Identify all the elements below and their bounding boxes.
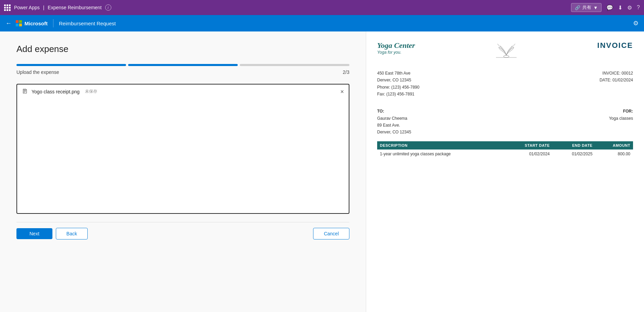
- request-title: Reimbursement Request: [59, 21, 116, 26]
- col-description: DESCRIPTION: [377, 141, 503, 150]
- lotus-icon: [415, 41, 597, 62]
- second-bar: ← Microsoft Reimbursement Request ⚙: [0, 15, 644, 31]
- progress-label-row: Upload the expense 2/3: [16, 69, 349, 75]
- col-amount: AMOUNT: [595, 141, 633, 150]
- table-header-row: DESCRIPTION START DATE END DATE AMOUNT: [377, 141, 633, 150]
- to-address1: 89 East Ave.: [377, 122, 411, 129]
- company-tagline: Yoga for you.: [377, 50, 415, 55]
- back-button[interactable]: Back: [56, 228, 88, 239]
- page-title: Add expense: [16, 44, 349, 54]
- app-name: Power Apps: [14, 5, 40, 10]
- col-start-date: START DATE: [503, 141, 553, 150]
- nav-separator: [53, 19, 53, 27]
- to-section: TO: Gaurav Cheema 89 East Ave. Denver, C…: [377, 109, 411, 136]
- progress-segment-3: [240, 64, 349, 66]
- invoice-date: DATE: 01/02/2024: [599, 77, 633, 83]
- download-icon[interactable]: ⬇: [618, 4, 622, 11]
- chevron-down-icon: ▼: [593, 5, 598, 10]
- unsaved-badge: 未保存: [85, 89, 97, 94]
- cell-description: 1-year unlimited yoga classes package: [377, 150, 503, 158]
- settings-icon[interactable]: ⚙: [627, 4, 632, 11]
- company-name: Yoga Center: [377, 41, 415, 50]
- settings-right-icon[interactable]: ⚙: [633, 20, 639, 27]
- progress-segment-2: [128, 64, 238, 66]
- help-icon[interactable]: ?: [637, 4, 640, 11]
- cell-start-date: 01/02/2024: [503, 150, 553, 158]
- close-file-button[interactable]: ×: [340, 89, 344, 95]
- address-line-4: Fax: (123) 456-7891: [377, 91, 419, 98]
- file-name: Yogo class receipt.png: [32, 89, 79, 94]
- share-button[interactable]: 🔗 共有 ▼: [571, 3, 602, 12]
- to-for-section: TO: Gaurav Cheema 89 East Ave. Denver, C…: [377, 109, 633, 136]
- upload-area[interactable]: 🖹 Yogo class receipt.png 未保存 ×: [16, 84, 349, 214]
- left-panel: Add expense Upload the expense 2/3 🖹 Yog…: [0, 31, 366, 312]
- action-row: Next Back Cancel: [16, 228, 349, 239]
- table-row: 1-year unlimited yoga classes package 01…: [377, 150, 633, 158]
- invoice-meta: INVOICE: 00012 DATE: 01/02/2024: [599, 70, 633, 98]
- grid-menu-icon[interactable]: [4, 4, 11, 11]
- file-icon: 🖹: [22, 88, 28, 95]
- company-info: Yoga Center Yoga for you.: [377, 41, 415, 55]
- for-section: FOR: Yoga classes: [609, 109, 633, 136]
- ms-brand-text: Microsoft: [25, 21, 48, 26]
- back-nav-icon[interactable]: ←: [5, 20, 12, 27]
- action-divider: [16, 222, 349, 222]
- cell-end-date: 01/02/2025: [553, 150, 595, 158]
- col-end-date: END DATE: [553, 141, 595, 150]
- invoice-number: INVOICE: 00012: [599, 70, 633, 77]
- progress-container: Upload the expense 2/3: [16, 64, 349, 81]
- top-bar-right: 🔗 共有 ▼ 💬 ⬇ ⚙ ?: [571, 3, 640, 12]
- top-bar-left: Power Apps | Expense Reimbursement i: [4, 4, 111, 11]
- invoice-label: INVOICE: [597, 41, 633, 50]
- invoice-header: Yoga Center Yoga for you. INVOICE: [377, 41, 633, 62]
- second-bar-left: ← Microsoft Reimbursement Request: [5, 19, 116, 27]
- file-header: 🖹 Yogo class receipt.png 未保存 ×: [17, 84, 349, 99]
- separator: |: [43, 5, 45, 10]
- to-label: TO:: [377, 109, 411, 114]
- next-button[interactable]: Next: [16, 228, 52, 239]
- chat-icon[interactable]: 💬: [606, 4, 613, 11]
- info-icon[interactable]: i: [105, 4, 111, 11]
- file-info: 🖹 Yogo class receipt.png 未保存: [22, 88, 97, 95]
- address-line-2: Denver, CO 12345: [377, 77, 419, 83]
- address-line-3: Phone: (123) 456-7890: [377, 84, 419, 91]
- company-address: 450 East 78th Ave Denver, CO 12345 Phone…: [377, 70, 419, 98]
- right-panel: Yoga Center Yoga for you. INVOICE: [366, 31, 644, 312]
- for-label: FOR:: [609, 109, 633, 114]
- page-name: Expense Reimbursement: [48, 5, 101, 10]
- progress-step: 2/3: [343, 69, 349, 75]
- invoice-table: DESCRIPTION START DATE END DATE AMOUNT 1…: [377, 141, 633, 158]
- share-label: 共有: [582, 4, 591, 11]
- progress-label: Upload the expense: [16, 69, 59, 75]
- progress-track: [16, 64, 349, 66]
- cell-amount: 800.00: [595, 150, 633, 158]
- progress-segment-1: [16, 64, 126, 66]
- share-icon: 🔗: [575, 5, 580, 10]
- top-bar: Power Apps | Expense Reimbursement i 🔗 共…: [0, 0, 644, 15]
- main-layout: Add expense Upload the expense 2/3 🖹 Yog…: [0, 31, 644, 312]
- cancel-button[interactable]: Cancel: [313, 228, 349, 239]
- to-name: Gaurav Cheema: [377, 115, 411, 122]
- microsoft-logo: Microsoft: [16, 20, 48, 26]
- for-value: Yoga classes: [609, 115, 633, 122]
- address-line-1: 450 East 78th Ave: [377, 70, 419, 77]
- to-address2: Denver, CO 12345: [377, 129, 411, 135]
